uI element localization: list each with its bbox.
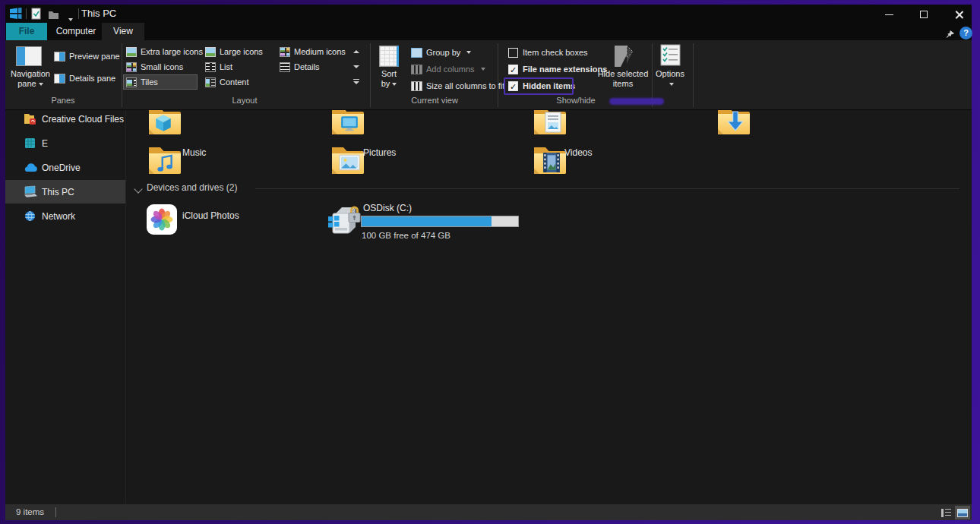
- downloads-folder-icon: [716, 110, 751, 136]
- item-check-boxes-checkbox[interactable]: [508, 48, 518, 58]
- current-view-group-label: Current view: [389, 96, 480, 105]
- documents-folder-icon: [533, 110, 567, 136]
- items-count: 9 items: [16, 507, 44, 516]
- onedrive-cloud-icon: [24, 161, 36, 174]
- thumbnail-view-icon: [957, 509, 968, 517]
- group-header[interactable]: Devices and drives (2): [147, 182, 237, 193]
- folder-tile-documents[interactable]: [533, 110, 567, 136]
- tab-computer[interactable]: Computer: [52, 23, 100, 40]
- network-icon: [24, 210, 36, 223]
- preview-pane-button[interactable]: Preview pane: [54, 51, 120, 62]
- add-columns-icon: [411, 65, 422, 74]
- details-view-toggle[interactable]: [938, 506, 953, 519]
- annotation-smudge: [609, 98, 664, 105]
- details-pane-button[interactable]: Details pane: [54, 73, 115, 84]
- sidebar-item-onedrive[interactable]: OneDrive: [5, 156, 125, 179]
- layout-small-icons[interactable]: Small icons: [124, 60, 185, 74]
- preview-pane-icon: [54, 52, 65, 62]
- folder-tile-videos[interactable]: [533, 144, 567, 175]
- this-pc-icon: [24, 185, 36, 198]
- item-check-boxes-label[interactable]: Item check boxes: [523, 47, 588, 58]
- layout-medium-icons[interactable]: Medium icons: [277, 45, 348, 58]
- folder-tile-downloads[interactable]: [716, 110, 751, 136]
- pictures-folder-icon: [330, 144, 365, 175]
- group-collapse-chevron-icon[interactable]: [134, 185, 142, 193]
- dropdown-caret-icon: [39, 83, 43, 86]
- sidebar-item-creative-cloud-files[interactable]: Creative Cloud Files: [5, 110, 125, 131]
- device-tile-osdisk[interactable]: [325, 200, 362, 242]
- layout-details[interactable]: Details: [277, 60, 322, 74]
- sort-by-icon: [379, 46, 399, 67]
- layout-content[interactable]: Content: [203, 75, 251, 89]
- hidden-items-highlight: [504, 77, 574, 95]
- folder-tile-label: Pictures: [363, 147, 396, 158]
- drive-usage-bar: [361, 216, 519, 227]
- creative-cloud-folder-icon: [24, 112, 36, 125]
- sidebar-item-network[interactable]: Network: [5, 204, 125, 228]
- layout-tiles[interactable]: Tiles: [124, 75, 197, 89]
- folder-tile-desktop[interactable]: [330, 110, 365, 136]
- dropdown-caret-icon: [392, 83, 397, 86]
- file-list-area: Music Pictures: [125, 110, 972, 503]
- group-separator: [498, 43, 498, 107]
- qa-separator: [26, 8, 27, 19]
- folder-tile-label: Videos: [564, 147, 592, 158]
- icloud-photos-icon: [147, 204, 177, 238]
- large-icons-icon: [205, 47, 216, 57]
- content-view-icon: [205, 77, 216, 87]
- ribbon-view: Navigation pane Preview pane Details pan…: [5, 40, 972, 110]
- hide-selected-items-icon: [612, 44, 635, 71]
- music-folder-icon: [147, 144, 182, 175]
- close-button[interactable]: [946, 5, 972, 24]
- add-columns-button[interactable]: Add columns: [411, 64, 485, 74]
- navigation-sidebar: Creative Cloud Files E OneDrive This PC …: [5, 110, 125, 503]
- size-all-columns-button[interactable]: Size all columns to fit: [411, 80, 504, 91]
- navigation-pane-label: Navigation: [11, 69, 50, 78]
- desktop-folder-icon: [330, 110, 365, 136]
- layout-large-icons[interactable]: Large icons: [203, 45, 265, 58]
- gallery-more-button[interactable]: [349, 75, 364, 88]
- dropdown-caret-icon: [669, 83, 674, 86]
- medium-icons-icon: [280, 47, 290, 57]
- folder-tile-label: Music: [182, 147, 206, 158]
- drive-e-icon: [24, 137, 36, 150]
- gallery-scroll-up[interactable]: [349, 45, 364, 58]
- videos-folder-icon: [533, 144, 567, 175]
- minimize-button[interactable]: [876, 5, 902, 24]
- group-by-button[interactable]: Group by: [411, 47, 471, 58]
- title-bar: This PC: [5, 5, 972, 23]
- device-tile-label: iCloud Photos: [182, 210, 239, 221]
- help-icon[interactable]: ?: [959, 27, 972, 39]
- tab-view[interactable]: View: [102, 23, 144, 40]
- device-tile-label: OSDisk (C:): [363, 203, 412, 213]
- thumbnail-view-toggle[interactable]: [955, 506, 970, 519]
- os-drive-icon: [325, 200, 362, 242]
- layout-extra-large-icons[interactable]: Extra large icons: [124, 45, 205, 58]
- explorer-icon: [9, 8, 22, 23]
- file-explorer-window: This PC File Computer View ? Navigation …: [5, 5, 972, 520]
- group-separator: [693, 43, 694, 107]
- layout-list[interactable]: List: [203, 60, 235, 74]
- sidebar-item-this-pc[interactable]: This PC: [5, 180, 125, 204]
- details-view-icon: [280, 62, 290, 72]
- properties-icon[interactable]: [31, 8, 41, 23]
- device-tile-icloud-photos[interactable]: [147, 204, 177, 238]
- folder-tile-3d-objects[interactable]: [147, 110, 182, 136]
- window-title: This PC: [81, 8, 116, 19]
- file-name-extensions-checkbox[interactable]: ✓: [508, 65, 518, 74]
- gallery-scroll-down[interactable]: [349, 60, 364, 73]
- list-view-icon: [205, 62, 216, 72]
- size-columns-icon: [411, 81, 422, 91]
- group-separator: [122, 43, 122, 107]
- restore-button[interactable]: [911, 5, 937, 24]
- ribbon-tab-row: File Computer View: [5, 23, 972, 40]
- tab-file[interactable]: File: [6, 23, 47, 40]
- dropdown-caret-icon: [466, 51, 471, 54]
- drive-usage-fill: [362, 216, 492, 226]
- navigation-pane-icon: [16, 46, 42, 66]
- sidebar-item-e[interactable]: E: [5, 131, 125, 155]
- folder-tile-pictures[interactable]: [330, 144, 365, 175]
- show-hide-group-label: Show/hide: [538, 96, 614, 105]
- new-folder-icon[interactable]: [48, 9, 59, 23]
- folder-tile-music[interactable]: [147, 144, 182, 175]
